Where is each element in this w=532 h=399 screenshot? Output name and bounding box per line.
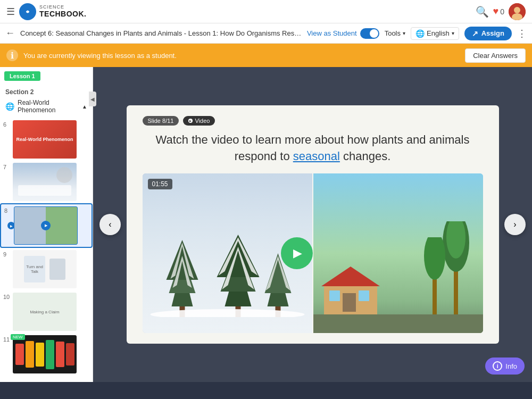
previous-slide-button[interactable]: ‹ (99, 214, 121, 235)
search-icon[interactable]: 🔍 (476, 5, 489, 18)
user-avatar[interactable] (509, 3, 526, 20)
thumbnail-text-6: Real-World Phenomenon (14, 135, 76, 144)
heart-icon: ♥ (493, 6, 499, 17)
breadcrumb-text: Concept 6: Seasonal Changes in Plants an… (20, 29, 302, 37)
svg-rect-25 (433, 275, 437, 317)
language-label: English (427, 29, 450, 37)
favorites-count: 0 (500, 7, 504, 16)
slide-title: Watch the video to learn more about how … (143, 132, 483, 165)
info-button[interactable]: i Info (485, 358, 525, 375)
thumbnail-image-9: Turn and Talk (13, 250, 77, 288)
thumbnail-image-6: Real-World Phenomenon (13, 120, 77, 159)
new-badge: NEW (11, 334, 25, 340)
more-options-icon[interactable]: ⋮ (517, 28, 527, 39)
slide-title-part1: Watch the video to learn more about how … (156, 133, 470, 146)
thumbnail-list: 6 Real-World Phenomenon 7 8 ▶ (0, 116, 93, 378)
thumbnail-slide-9[interactable]: 9 Turn and Talk (0, 248, 93, 290)
slide-number-6: 6 (3, 120, 11, 128)
video-play-button[interactable] (281, 237, 313, 269)
favorites-button[interactable]: ♥ 0 (493, 6, 504, 17)
student-toggle-switch[interactable] (360, 28, 379, 39)
logo-techbook-label: TECHBOOK. (39, 10, 87, 18)
real-world-icon: 🌐 (5, 102, 14, 111)
slide-title-part3: changes. (343, 149, 390, 163)
lesson-sidebar: Lesson 1 Section 2 🌐 Real-World Phenomen… (0, 67, 93, 382)
assign-icon: ↗ (472, 29, 478, 38)
lesson-badge: Lesson 1 (4, 71, 40, 81)
thumbnail-slide-6[interactable]: 6 Real-World Phenomenon (0, 118, 93, 161)
info-button-label: Info (505, 362, 517, 370)
banner-message: You are currently viewing this lesson as… (23, 52, 460, 60)
app-logo: SCIENCE TECHBOOK. (19, 3, 87, 20)
svg-rect-30 (329, 290, 340, 301)
hamburger-menu-icon[interactable]: ☰ (6, 6, 15, 18)
thumbnail-image-11 (13, 335, 77, 373)
next-slide-button[interactable]: › (504, 214, 526, 235)
slide-header: Slide 8/11 Video (143, 116, 483, 126)
thumbnail-slide-11[interactable]: NEW 11 (0, 333, 93, 376)
expand-icon: ▲ (82, 104, 87, 110)
section-item-real-world[interactable]: 🌐 Real-World Phenomenon ▲ (0, 97, 93, 116)
slide-number-10: 10 (3, 293, 11, 300)
slide-number-7: 7 (3, 163, 11, 170)
logo-icon (19, 3, 36, 20)
svg-point-21 (150, 309, 304, 317)
info-banner-icon: ℹ (6, 49, 18, 61)
logo-text: SCIENCE TECHBOOK. (39, 5, 87, 18)
svg-point-2 (514, 7, 520, 13)
thumbnail-slide-10[interactable]: 10 Making a Claim (0, 290, 93, 333)
section-item-label: Real-World Phenomenon (18, 99, 79, 114)
video-play-icon (188, 119, 193, 123)
thumbnail-slide-8[interactable]: 8 ▶ (0, 203, 93, 248)
assign-button[interactable]: ↗ Assign (464, 27, 512, 40)
info-circle-icon: i (493, 361, 502, 371)
bottom-bar (0, 382, 532, 399)
back-button[interactable]: ← (5, 28, 15, 39)
slide-number-11: 11 (3, 335, 11, 343)
assign-label: Assign (481, 29, 504, 37)
slide-panel: Slide 8/11 Video Watch the video to lear… (127, 105, 499, 344)
tools-label: Tools (385, 29, 401, 37)
view-as-student-toggle[interactable]: View as Student (307, 28, 379, 39)
svg-rect-31 (359, 290, 369, 301)
breadcrumb-bar: ← Concept 6: Seasonal Changes in Plants … (0, 23, 532, 44)
video-timestamp: 01:55 (148, 179, 172, 189)
slide-title-part2: respond to (235, 149, 290, 163)
section-label: Section 2 (0, 85, 93, 97)
svg-point-26 (424, 237, 445, 280)
thumbnail-image-8: ▶ (14, 206, 78, 245)
slide-title-link[interactable]: seasonal (293, 149, 340, 163)
video-split-display: 01:55 Colorado Winter (143, 173, 483, 333)
thumbnail-slide-7[interactable]: 7 (0, 161, 93, 203)
video-right-panel: Florida Winter (313, 173, 483, 333)
student-view-banner: ℹ You are currently viewing this lesson … (0, 44, 532, 67)
slide-badge: Slide 8/11 (143, 116, 179, 126)
sidebar-toggle-button[interactable]: ◀ (89, 92, 96, 106)
slide-number-9: 9 (3, 250, 11, 257)
tools-chevron-icon: ▾ (403, 30, 405, 36)
video-badge-label: Video (195, 118, 210, 124)
video-type-badge: Video (183, 116, 215, 126)
slide-number-8: 8 (4, 206, 12, 214)
slide-content-area: ‹ Slide 8/11 Video Watch the video to le… (93, 67, 532, 382)
svg-rect-29 (343, 293, 356, 312)
svg-marker-28 (321, 267, 380, 286)
tools-button[interactable]: Tools ▾ (385, 29, 405, 37)
thumbnail-image-7 (13, 163, 77, 201)
main-content: Lesson 1 Section 2 🌐 Real-World Phenomen… (0, 67, 532, 382)
globe-icon: 🌐 (415, 29, 425, 38)
toggle-knob (370, 29, 378, 38)
language-button[interactable]: 🌐 English ▾ (411, 27, 459, 40)
view-as-student-label: View as Student (307, 29, 357, 37)
thumbnail-image-10: Making a Claim (13, 293, 77, 331)
top-navigation: ☰ SCIENCE TECHBOOK. 🔍 ♥ 0 (0, 0, 532, 23)
language-chevron-icon: ▾ (452, 30, 454, 36)
clear-answers-button[interactable]: Clear Answers (465, 48, 526, 63)
